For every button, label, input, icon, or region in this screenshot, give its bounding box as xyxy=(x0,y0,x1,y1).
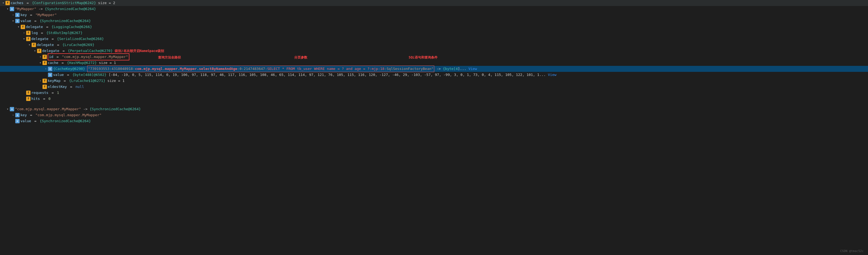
keymap-label: keyMap = {LruCache$1@6271} size = 1 xyxy=(48,78,125,84)
debugger-panel: f caches = {Configuration$StrictMap@6242… xyxy=(0,0,868,255)
icon-f-keymap: f xyxy=(42,79,47,83)
log-entry[interactable]: f log = {StdOutImpl@6267} xyxy=(0,30,868,36)
expand-delegate3[interactable] xyxy=(27,42,32,48)
icon-f-delegate1: f xyxy=(21,25,25,29)
value-bytes-label: value = {byte[488]@6502} [-84, -19, 0, 5… xyxy=(53,72,556,78)
expand-key-mymapper[interactable] xyxy=(11,12,15,18)
com-entry-label: "com.mjp.mysql.mapper.MyMapper" -> {Sync… xyxy=(15,106,141,112)
icon-f-delegate4: f xyxy=(37,49,41,53)
eldest-label: eldestKey = null xyxy=(48,84,84,90)
com-key-label: key = "com.mjp.mysql.mapper.MyMapper" xyxy=(21,112,102,118)
com-value[interactable]: ≡ value = {SynchronizedCache@6264} xyxy=(0,118,868,124)
com-key[interactable]: ≡ key = "com.mjp.mysql.mapper.MyMapper" xyxy=(0,112,868,118)
icon-f-delegate2: f xyxy=(26,37,31,41)
delegate4[interactable]: f delegate = {PerpetualCache@6270} 级别/名比… xyxy=(0,48,868,54)
delegate1[interactable]: f delegate = {LoggingCache@6266} xyxy=(0,24,868,30)
icon-map-com-value: ≡ xyxy=(15,119,20,123)
icon-f-eldest: f xyxy=(42,85,47,89)
watermark: CSDN @tmac52c xyxy=(840,249,864,253)
log-label: log = {StdOutImpl@6267} xyxy=(31,30,83,36)
icon-f-cache: f xyxy=(42,61,47,65)
expand-com-key[interactable] xyxy=(11,112,15,118)
icon-f-log: f xyxy=(26,31,31,35)
com-mymapper-entry[interactable]: ≡ "com.mjp.mysql.mapper.MyMapper" -> {Sy… xyxy=(0,106,868,112)
icon-f-requests: f xyxy=(26,90,31,95)
keymap[interactable]: f keyMap = {LruCache$1@6271} size = 1 xyxy=(0,78,868,84)
value-bytes[interactable]: ≡ value = {byte[488]@6502} [-84, -19, 0,… xyxy=(0,72,868,78)
expand-value[interactable] xyxy=(11,18,15,24)
value-label: value = {SynchronizedCache@6264} xyxy=(21,18,91,24)
expand-delegate4[interactable] xyxy=(33,48,37,54)
icon-map-key: ≡ xyxy=(15,13,20,17)
expand-cache[interactable] xyxy=(38,60,42,66)
tree-root[interactable]: f caches = {Configuration$StrictMap@6242… xyxy=(0,0,868,6)
mymapper-key[interactable]: ≡ key = "MyMapper" xyxy=(0,12,868,18)
expand-caches[interactable] xyxy=(1,0,5,6)
view-link-cachekey[interactable]: View xyxy=(468,67,477,71)
hits-label: hits = 0 xyxy=(31,96,51,102)
expand-delegate2[interactable] xyxy=(22,36,26,42)
expand-keymap[interactable] xyxy=(38,78,42,84)
cachekey-label: {CacheKey@6290} "739193553:4318048918:co… xyxy=(53,66,477,72)
icon-map-mymapper: ≡ xyxy=(10,7,14,11)
annotation-sql: SQL语句和查询条件 xyxy=(409,54,438,61)
key-label: key = "MyMapper" xyxy=(21,12,57,18)
expand-mymapper[interactable] xyxy=(5,6,10,12)
icon-f-delegate3: f xyxy=(32,43,36,47)
expand-com-mymapper[interactable] xyxy=(5,106,10,112)
cachekey-entry[interactable]: ≡ {CacheKey@6290} "739193553:4318048918:… xyxy=(0,66,868,72)
delegate1-label: delegate = {LoggingCache@6266} xyxy=(26,24,92,30)
view-link-valuebytes[interactable]: View xyxy=(548,73,556,77)
delegate3[interactable]: f delegate = {LruCache@6269} xyxy=(0,42,868,48)
hits[interactable]: f hits = 0 xyxy=(0,96,868,102)
mymapper-entry[interactable]: ≡ "MyMapper" -> {SynchronizedCache@6264} xyxy=(0,6,868,12)
annotation-method: 查询方法全路径 xyxy=(158,54,181,61)
annotation-partition: 分页参数 xyxy=(294,54,307,61)
icon-map-com-key: ≡ xyxy=(15,113,20,117)
root-label: caches = {Configuration$StrictMap@6242} … xyxy=(11,0,115,6)
mymapper-value[interactable]: ≡ value = {SynchronizedCache@6264} xyxy=(0,18,868,24)
id-label: id = "com.mjp.mysql.mapper.MyMapper" xyxy=(48,53,129,61)
expand-log[interactable] xyxy=(22,30,26,36)
icon-f-id: f xyxy=(42,55,47,59)
icon-map-com: ≡ xyxy=(10,107,14,111)
icon-map-value: ≡ xyxy=(15,19,20,23)
delegate2[interactable]: f delegate = {SerializedCache@6268} xyxy=(0,36,868,42)
cache-label: cache = {HashMap@6272} size = 1 xyxy=(48,60,116,66)
expand-cachekey[interactable] xyxy=(43,66,48,72)
requests-label: requests = 1 xyxy=(31,90,59,96)
delegate3-label: delegate = {LruCache@6269} xyxy=(37,42,95,48)
expand-id[interactable] xyxy=(38,54,42,60)
icon-map-cachekey: ≡ xyxy=(48,67,52,71)
cache-map[interactable]: f cache = {HashMap@6272} size = 1 查询方法全路… xyxy=(0,60,868,66)
icon-f-hits: f xyxy=(26,97,31,101)
annotation-namespace: 级别/名比较开启NameSpace级别 xyxy=(115,48,164,54)
icon-f-caches: f xyxy=(5,1,10,5)
eldestkey[interactable]: f eldestKey = null xyxy=(0,84,868,90)
delegate4-label: delegate = {PerpetualCache@6270} xyxy=(42,48,113,54)
com-value-label: value = {SynchronizedCache@6264} xyxy=(21,118,91,124)
icon-map-valuebytes: ≡ xyxy=(48,73,52,77)
expand-delegate1[interactable] xyxy=(17,24,21,30)
mymapper-label: "MyMapper" -> {SynchronizedCache@6264} xyxy=(15,6,96,12)
requests[interactable]: f requests = 1 xyxy=(0,90,868,96)
delegate2-label: delegate = {SerializedCache@6268} xyxy=(31,36,104,42)
